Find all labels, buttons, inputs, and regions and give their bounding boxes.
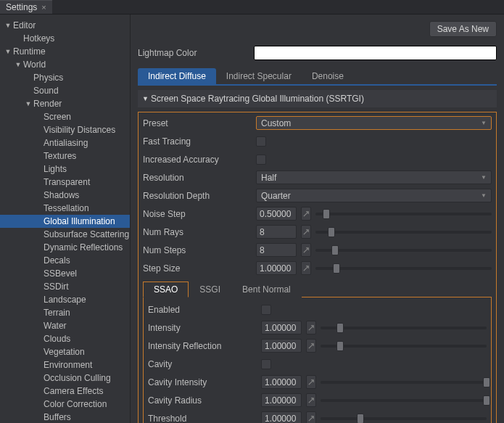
close-icon[interactable]: × [41,3,46,12]
step_size-slider[interactable] [315,261,492,275]
sidebar-item-ssbevel[interactable]: SSBevel [0,267,130,280]
sidebar-item-decals[interactable]: Decals [0,254,130,267]
chevron-down-icon: ▼ [15,61,22,68]
subtab-denoise[interactable]: Denoise [302,68,354,84]
sidebar-item-antialiasing[interactable]: Antialiasing [0,136,130,149]
nested-tab-ssao[interactable]: SSAO [143,282,189,297]
slider-thumb[interactable] [483,395,490,406]
lightmap-color-field[interactable] [254,46,497,60]
sidebar-item-environment[interactable]: Environment [0,358,130,371]
sidebar-item-physics[interactable]: Physics [0,71,130,84]
subtab-indirect-diffuse[interactable]: Indirect Diffuse [138,68,216,84]
slider-thumb[interactable] [323,209,330,219]
noise_step-input[interactable]: 0.50000 [256,207,297,221]
save-as-new-button[interactable]: Save As New [429,21,497,37]
sidebar-item-subsurface-scattering[interactable]: Subsurface Scattering [0,228,130,241]
sidebar-item-occlusion-culling[interactable]: Occlusion Culling [0,371,130,385]
sidebar-item-transparent[interactable]: Transparent [0,176,130,189]
cavity_intensity-input[interactable]: 1.00000 [261,375,302,389]
resolution_depth-value: Quarter [261,191,291,201]
drag-handle-icon[interactable] [306,393,316,407]
drag-handle-icon[interactable] [301,261,311,275]
sidebar-item-editor[interactable]: ▼Editor [0,19,130,32]
sidebar-item-dynamic-reflections[interactable]: Dynamic Reflections [0,241,130,254]
resolution-label: Resolution [143,173,256,183]
drag-handle-icon[interactable] [301,207,311,221]
sidebar-item-ssdirt[interactable]: SSDirt [0,280,130,293]
drag-handle-icon[interactable] [306,321,316,334]
section-header[interactable]: ▼ Screen Space Raytracing Global Illumin… [138,90,497,107]
step_size-input[interactable]: 1.00000 [256,261,297,275]
enabled-checkbox[interactable] [261,305,271,315]
nested-tab-bent-normal[interactable]: Bent Normal [231,282,302,297]
sidebar-item-label: Sound [32,86,59,96]
sidebar-item-render[interactable]: ▼Render [0,97,130,110]
noise_step-slider[interactable] [315,207,492,221]
slider-thumb[interactable] [328,227,335,237]
resolution_depth-dropdown[interactable]: Quarter▼ [256,189,492,202]
cavity_intensity-slider[interactable] [321,375,487,389]
drag-handle-icon[interactable] [306,375,316,389]
cavity-checkbox[interactable] [261,359,271,369]
intensity_reflection-slider[interactable] [321,339,487,353]
drag-handle-icon[interactable] [301,225,311,239]
num_rays-slider[interactable] [315,225,492,239]
sidebar-item-global-illumination[interactable]: Global Illumination [0,215,130,228]
chevron-down-icon: ▼ [481,192,487,199]
toolbar: Save As New [131,15,504,44]
threshold-slider[interactable] [321,411,487,423]
sidebar-item-buffers[interactable]: Buffers [0,411,130,423]
increased_accuracy-checkbox[interactable] [256,155,266,165]
slider-thumb[interactable] [336,341,344,351]
sidebar-item-clouds[interactable]: Clouds [0,332,130,345]
sidebar-item-label: Terrain [42,308,70,318]
sidebar-item-sound[interactable]: Sound [0,84,130,97]
sidebar-item-hotkeys[interactable]: Hotkeys [0,32,130,45]
preset-dropdown[interactable]: Custom ▼ [256,116,492,130]
sidebar-item-label: Hotkeys [22,33,54,44]
sidebar-item-label: Textures [42,151,76,161]
drag-handle-icon[interactable] [306,411,316,423]
nested-tab-ssgi[interactable]: SSGI [189,282,231,297]
num_rays-input[interactable]: 8 [256,225,297,239]
slider-thumb[interactable] [357,414,364,424]
tab-settings[interactable]: Settings × [0,0,52,14]
fast_tracing-checkbox[interactable] [256,136,266,147]
drag-handle-icon[interactable] [306,339,316,353]
sidebar-item-label: Vegetation [42,347,85,357]
slider-thumb[interactable] [331,245,339,255]
sidebar-item-textures[interactable]: Textures [0,149,130,163]
drag-handle-icon[interactable] [301,243,311,257]
intensity_reflection-input[interactable]: 1.00000 [261,339,302,353]
sidebar-item-tessellation[interactable]: Tessellation [0,202,130,215]
sidebar-item-label: Landscape [42,295,86,305]
sidebar-item-landscape[interactable]: Landscape [0,293,130,306]
threshold-input[interactable]: 1.00000 [261,411,302,423]
sidebar-item-runtime[interactable]: ▼Runtime [0,45,130,58]
resolution-dropdown[interactable]: Half▼ [256,171,492,184]
slider-thumb[interactable] [336,323,344,333]
cavity_radius-input[interactable]: 1.00000 [261,393,302,407]
noise_step-label: Noise Step [143,209,256,219]
num_steps-input[interactable]: 8 [256,243,297,257]
sidebar-item-label: World [22,59,46,70]
sidebar-item-visibility-distances[interactable]: Visibility Distances [0,123,130,136]
sidebar-item-terrain[interactable]: Terrain [0,306,130,319]
intensity-input[interactable]: 1.00000 [261,321,302,334]
cavity_radius-slider[interactable] [321,393,487,407]
sidebar-item-world[interactable]: ▼World [0,58,130,71]
sidebar-item-water[interactable]: Water [0,319,130,332]
sidebar-item-shadows[interactable]: Shadows [0,189,130,202]
sidebar-item-color-correction[interactable]: Color Correction [0,398,130,411]
slider-thumb[interactable] [483,377,490,387]
sidebar-item-screen[interactable]: Screen [0,110,130,123]
intensity-slider[interactable] [321,321,487,334]
sidebar-item-label: Render [32,99,62,109]
sidebar-item-label: Color Correction [42,399,107,409]
num_steps-slider[interactable] [315,243,492,257]
sidebar-item-vegetation[interactable]: Vegetation [0,345,130,358]
slider-thumb[interactable] [333,263,340,274]
sidebar-item-camera-effects[interactable]: Camera Effects [0,385,130,398]
subtab-indirect-specular[interactable]: Indirect Specular [216,68,302,84]
sidebar-item-lights[interactable]: Lights [0,163,130,176]
